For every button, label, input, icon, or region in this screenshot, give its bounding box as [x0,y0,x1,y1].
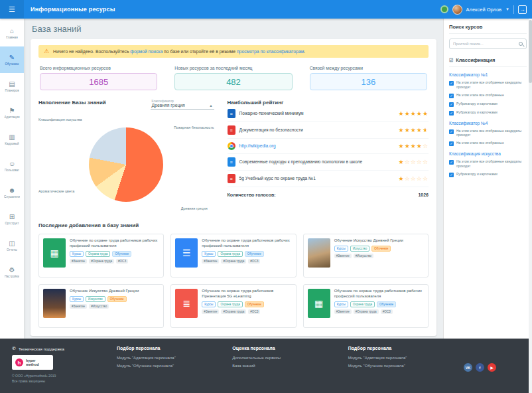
footer-link[interactable]: Модуль "Обучение персонала" [117,364,220,368]
classifier-option[interactable]: ✓ Рубрикатору и карточками [449,110,527,116]
tag-pill[interactable]: Искусство [350,246,370,252]
resource-card[interactable]: Обучение Искусство Древней Греции КурсыИ… [303,234,429,277]
classifier-option[interactable]: ✓ На этом этапе все отобранные [449,141,527,146]
rating-item[interactable]: ≡ Современные подходы к преподаванию пси… [228,154,429,171]
classifier-option[interactable]: ✓ На этом этапе все отобранные кандидаты… [449,80,527,90]
sidebar-item-home[interactable]: ⌂ Главная [0,20,24,46]
tag-pill[interactable]: Курсы [202,301,216,307]
tech-support[interactable]: ✆ Техническая поддержка [12,346,105,351]
resource-card[interactable]: Обучение по охране труда работников рабо… [170,234,296,277]
checkbox-checked-icon[interactable]: ✓ [449,141,454,146]
tag-pill[interactable]: Охрана труда [350,301,375,307]
avatar[interactable] [452,5,462,15]
classifier-option[interactable]: ✓ На этом этапе все отобранные кандидаты… [449,159,527,169]
hashtag-pill[interactable]: #Занятие [202,259,219,264]
classifier-group-name[interactable]: Классификатор №1 [449,72,527,77]
tag-pill[interactable]: Обучение [245,301,264,307]
hypermethod-logo[interactable]: h hyper method [12,355,53,370]
checkbox-checked-icon[interactable]: ✓ [449,111,454,116]
classifier-group-name[interactable]: Классификатор №4 [449,121,527,125]
scrollbar-thumb[interactable] [529,20,532,83]
hashtag-pill[interactable]: #Занятие [70,259,87,264]
hashtag-pill[interactable]: #Охрана труда [89,259,114,264]
vk-icon[interactable]: VK [464,363,472,372]
hashtag-pill[interactable]: #ОСЗ [248,259,260,264]
tag-pill[interactable]: Охрана труда [86,251,110,257]
resource-card[interactable]: Обучение по охране труда работников През… [170,284,296,328]
tag-pill[interactable]: Курсы [70,251,84,257]
hashtag-pill[interactable]: #Занятие [334,254,352,258]
resource-card[interactable]: Обучение по охране труда работников рабо… [303,284,429,328]
search-icon[interactable] [519,42,523,46]
rating-item[interactable]: ≡ Пожарно-технический минимум ★★★★★ [228,106,429,122]
sidebar-item-adaptation[interactable]: ⚑ Адаптация [0,100,24,126]
classifier-option[interactable]: ✓ На этом этапе все отобранные [449,93,527,98]
logout-icon[interactable]: → [518,5,527,14]
tag-pill[interactable]: Курсы [202,251,216,257]
search-input[interactable] [453,42,517,46]
rating-item[interactable]: ≡ http://wikipedia.org ★★★★☆ [228,139,429,154]
rating-item[interactable]: ≡ Документация по безопасности ★★★★☆ [228,122,429,139]
search-form-link[interactable]: формой поиска [130,49,163,54]
online-status-icon[interactable] [440,5,448,13]
user-name[interactable]: Алексей Орлов [466,7,501,13]
tag-pill[interactable]: Обучение [107,296,127,302]
tag-pill[interactable]: Курсы [334,301,348,307]
sidebar-item-listeners[interactable]: ☻ Слушатели [0,179,24,206]
rating-item-label[interactable]: Документация по безопасности [239,127,395,133]
youtube-icon[interactable]: ▶ [488,363,496,372]
hashtag-pill[interactable]: #ОСЗ [116,259,128,264]
tag-pill[interactable]: Курсы [334,246,348,252]
classifiers-view-link[interactable]: просмотра по классификаторам [237,49,304,54]
classifier-group-name[interactable]: Классификация искусства [449,151,527,156]
scrollbar[interactable] [529,19,532,393]
hashtag-pill[interactable]: #Занятие [334,309,352,314]
hashtag-pill[interactable]: #Искусство [89,304,109,309]
tag-pill[interactable]: Обучение [112,251,131,257]
hashtag-pill[interactable]: #Охрана труда [354,309,379,314]
checkbox-checked-icon[interactable]: ✓ [449,173,454,177]
footer-link[interactable]: Дополнительные сервисы [232,356,336,360]
hashtag-pill[interactable]: #Искусство [354,254,373,258]
classifier-select[interactable]: Классификатор Древняя греция ▲ [151,100,214,110]
sidebar-item-reports[interactable]: ◫ Отчеты [0,232,24,259]
checkbox-checked-icon[interactable]: ✓ [449,160,454,165]
facebook-icon[interactable]: f [476,363,484,372]
hashtag-pill[interactable]: #ОСЗ [248,309,260,314]
hashtag-pill[interactable]: #ОСЗ [381,309,393,314]
resource-card[interactable]: Обучение по охране труда работников рабо… [38,234,164,277]
menu-button[interactable]: ☰ [0,0,24,19]
hashtag-pill[interactable]: #Занятие [70,304,87,309]
rating-item[interactable]: ≡ 5g Учебный курс по охране труда №1 ★☆☆… [228,171,429,187]
tag-pill[interactable]: Обучение [371,246,391,252]
rating-item-label[interactable]: Современные подходы к преподаванию психо… [239,159,395,165]
footer-link[interactable]: Модуль "Адаптация персонала" [117,356,220,360]
tag-pill[interactable]: Курсы [70,296,84,302]
checkbox-checked-icon[interactable]: ✓ [449,129,454,134]
checkbox-checked-icon[interactable]: ✓ [449,94,454,98]
classifier-option[interactable]: ✓ Рубрикатору и карточками [449,102,527,107]
sidebar-item-learning[interactable]: ✎ Обучение [0,46,24,73]
tag-pill[interactable]: Охрана труда [218,251,242,257]
footer-link[interactable]: База знаний [232,364,336,368]
tag-pill[interactable]: Обучение [377,301,396,307]
sidebar-item-orgstructure[interactable]: ⊞ Оргструкт [0,206,24,232]
classifier-option[interactable]: ✓ Рубрикатору и карточками [449,172,527,177]
rating-item-label[interactable]: 5g Учебный курс по охране труда №1 [239,176,395,181]
sidebar-item-users[interactable]: ☺ Пользоват [0,153,24,179]
footer-link[interactable]: Модуль "Адаптация персонала" [348,356,452,360]
checkbox-checked-icon[interactable]: ✓ [449,81,454,86]
sidebar-item-hr[interactable]: ▥ Кадровый [0,126,24,153]
hashtag-pill[interactable]: #Охрана труда [221,259,246,264]
tag-pill[interactable]: Обучение [245,251,264,257]
tag-pill[interactable]: Искусство [86,296,105,302]
hashtag-pill[interactable]: #Охрана труда [221,309,246,314]
checkbox-checked-icon[interactable]: ✓ [449,102,454,107]
sidebar-item-planning[interactable]: ▤ Планиров [0,73,24,100]
rating-item-label[interactable]: http://wikipedia.org [239,143,395,149]
hashtag-pill[interactable]: #Занятие [202,309,219,314]
chevron-down-icon[interactable]: ▼ [505,7,509,11]
footer-link[interactable]: Модуль "Обучение персонала" [348,364,452,368]
classifier-option[interactable]: ✓ На этом этапе все отобранные кандидаты… [449,129,527,138]
resource-card[interactable]: Обучение Искусство Древней Греции КурсыИ… [38,284,164,328]
